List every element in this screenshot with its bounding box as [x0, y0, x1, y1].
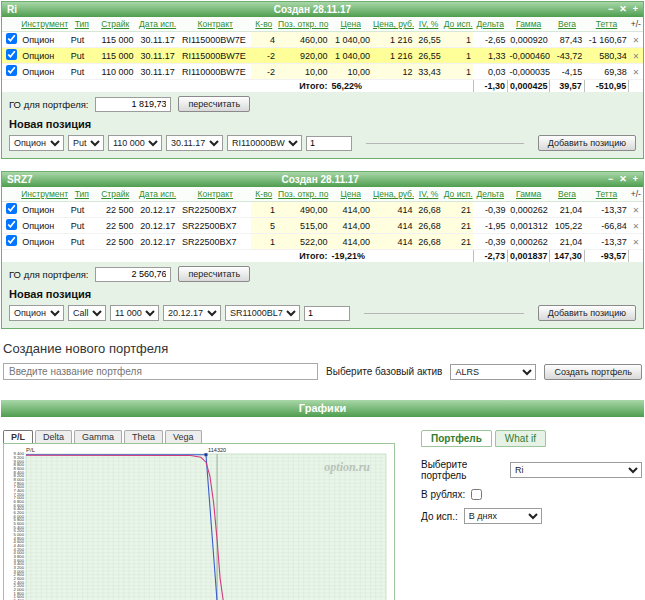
- expiry-date-select[interactable]: 30.11.17: [166, 135, 223, 151]
- position-cell: 920,00: [277, 48, 330, 64]
- column-header[interactable]: Цена: [330, 17, 372, 32]
- position-cell: -2: [251, 64, 277, 80]
- position-checkbox[interactable]: [6, 203, 17, 214]
- create-portfolio-button[interactable]: Создать портфель: [544, 364, 642, 380]
- close-icon[interactable]: ✕: [619, 172, 627, 187]
- delete-position-icon[interactable]: ✕: [633, 52, 640, 61]
- contract-select[interactable]: RI110000BW: [227, 135, 302, 151]
- column-header[interactable]: Контракт: [180, 17, 251, 32]
- instrument-select[interactable]: Опцион: [9, 305, 64, 321]
- position-cell: -13,37: [584, 234, 628, 250]
- days-select[interactable]: В днях: [464, 508, 542, 524]
- add-position-button[interactable]: Добавить позицию: [538, 135, 636, 151]
- position-checkbox[interactable]: [6, 65, 17, 76]
- option-type-select[interactable]: Call: [68, 305, 106, 321]
- column-header[interactable]: Дельта: [473, 187, 507, 202]
- position-cell: 115 000: [95, 32, 135, 48]
- column-header[interactable]: Цена: [330, 187, 372, 202]
- contract-select[interactable]: SR11000BL7: [225, 305, 300, 321]
- go-value-input[interactable]: [95, 97, 171, 112]
- position-cell: 1: [443, 32, 473, 48]
- tab-portfolio[interactable]: Портфель: [421, 430, 492, 447]
- chart-tab-pl[interactable]: P/L: [3, 430, 33, 443]
- minimize-icon[interactable]: −: [608, 172, 613, 187]
- recalculate-button[interactable]: пересчитать: [178, 96, 250, 112]
- position-cell: 12: [372, 64, 414, 80]
- portfolio-select[interactable]: Ri: [510, 462, 642, 478]
- column-header[interactable]: Страйк: [95, 187, 135, 202]
- panel-title: Ri: [7, 4, 17, 15]
- totals-label: Итого:: [2, 80, 330, 93]
- instrument-select[interactable]: Опцион: [9, 135, 64, 151]
- quantity-input[interactable]: [304, 306, 350, 321]
- add-icon[interactable]: +: [633, 2, 638, 17]
- delete-position-icon[interactable]: ✕: [633, 238, 640, 247]
- column-header[interactable]: Контракт: [180, 187, 251, 202]
- delete-position-icon[interactable]: ✕: [633, 222, 640, 231]
- quantity-input[interactable]: [306, 136, 352, 151]
- strike-select[interactable]: 110 000: [108, 135, 162, 151]
- column-header[interactable]: Тип: [69, 187, 95, 202]
- delete-position-icon[interactable]: ✕: [633, 36, 640, 45]
- option-type-select[interactable]: Put: [68, 135, 104, 151]
- column-header[interactable]: Инструмент: [20, 187, 69, 202]
- position-cell: -2: [251, 48, 277, 64]
- delete-position-icon[interactable]: ✕: [633, 206, 640, 215]
- position-cell: 115 000: [95, 48, 135, 64]
- recalculate-button[interactable]: пересчитать: [178, 266, 250, 282]
- column-header[interactable]: К-во: [251, 17, 277, 32]
- position-cell: 30.11.17: [135, 64, 179, 80]
- strike-select[interactable]: 11 000: [110, 305, 159, 321]
- rub-checkbox[interactable]: [471, 489, 482, 500]
- position-checkbox[interactable]: [6, 49, 17, 60]
- chart-tab-gamma[interactable]: Gamma: [74, 430, 122, 443]
- close-icon[interactable]: ✕: [619, 2, 627, 17]
- column-header[interactable]: Вега: [550, 17, 584, 32]
- column-header[interactable]: Тетта: [584, 187, 628, 202]
- chart-controls-panel: ПортфельWhat if Выберите портфель Ri В р…: [421, 430, 642, 600]
- minimize-icon[interactable]: −: [608, 2, 613, 17]
- column-header[interactable]: Дельта: [473, 17, 507, 32]
- column-header[interactable]: Поз. откр. по: [277, 187, 330, 202]
- column-header[interactable]: Цена, руб.: [372, 17, 414, 32]
- add-position-button[interactable]: Добавить позицию: [538, 305, 636, 321]
- position-cell: Put: [69, 218, 95, 234]
- column-header[interactable]: Гамма: [507, 187, 549, 202]
- select-column-header: [2, 17, 20, 32]
- go-value-input[interactable]: [95, 267, 171, 282]
- tab-what-if[interactable]: What if: [495, 430, 546, 447]
- column-header[interactable]: Дата исп.: [135, 187, 179, 202]
- totals-gamma: 0,001837: [507, 250, 549, 263]
- column-header[interactable]: Поз. откр. по: [277, 17, 330, 32]
- position-checkbox[interactable]: [6, 33, 17, 44]
- days-select-label: До исп.:: [421, 511, 458, 522]
- portfolio-select-row: Выберите портфель Ri: [421, 459, 642, 481]
- column-header[interactable]: До исп.: [443, 187, 473, 202]
- column-header[interactable]: К-во: [251, 187, 277, 202]
- column-header[interactable]: Вега: [550, 187, 584, 202]
- portfolio-name-input[interactable]: [3, 363, 318, 380]
- column-header[interactable]: IV, %: [414, 17, 442, 32]
- expiry-date-select[interactable]: 20.12.17: [163, 305, 221, 321]
- column-header[interactable]: Тетта: [584, 17, 628, 32]
- chart-tab-vega[interactable]: Vega: [165, 430, 202, 443]
- chart-tab-theta[interactable]: Theta: [124, 430, 163, 443]
- base-asset-select[interactable]: ALRS: [450, 364, 536, 380]
- chart-tab-delta[interactable]: Delta: [35, 430, 72, 443]
- go-label: ГО для портфеля:: [9, 99, 88, 110]
- column-header[interactable]: Дата исп.: [135, 17, 179, 32]
- column-header[interactable]: IV, %: [414, 187, 442, 202]
- delete-position-icon[interactable]: ✕: [633, 68, 640, 77]
- position-checkbox[interactable]: [6, 235, 17, 246]
- totals-row: Итого:-19,21%-2,730,001837147,30-93,57: [2, 250, 643, 263]
- position-checkbox[interactable]: [6, 219, 17, 230]
- position-cell: -43,72: [550, 48, 584, 64]
- column-header[interactable]: До исп.: [443, 17, 473, 32]
- column-header[interactable]: Гамма: [507, 17, 549, 32]
- position-cell: 26,68: [414, 234, 442, 250]
- column-header[interactable]: Тип: [69, 17, 95, 32]
- column-header[interactable]: Цена, руб.: [372, 187, 414, 202]
- add-icon[interactable]: +: [633, 172, 638, 187]
- column-header[interactable]: Страйк: [95, 17, 135, 32]
- column-header[interactable]: Инструмент: [20, 17, 69, 32]
